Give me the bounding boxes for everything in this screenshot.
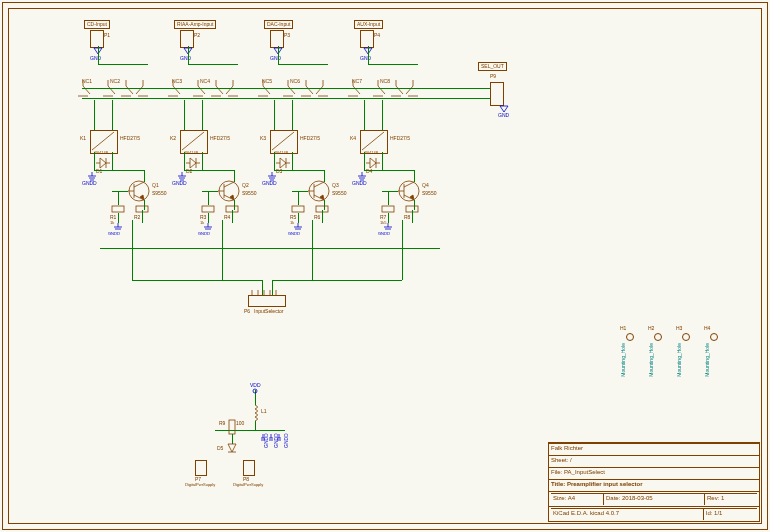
d5-ref: D5: [217, 445, 223, 451]
title-block: Falk Richter Sheet: / File: PA_InputSele…: [548, 442, 760, 522]
p8-connector: [243, 460, 255, 476]
input-label-2: DAC-Input: [264, 20, 293, 29]
input-connector-3: [360, 30, 374, 48]
svg-rect-1: [112, 206, 124, 212]
svg-rect-4: [202, 206, 214, 212]
tb-file: File: PA_InputSelect: [549, 467, 759, 479]
input-label-3: AUX-Input: [354, 20, 383, 29]
tb-size: Size: A4: [551, 493, 603, 505]
svg-rect-13: [229, 420, 235, 434]
l1-ref: L1: [261, 408, 267, 414]
tb-id: Id: 1/1: [703, 508, 757, 520]
r9-ref: R9: [219, 420, 225, 426]
input-connector-0: [90, 30, 104, 48]
tb-tool: KiCad E.D.A. kicad 4.0.7: [551, 508, 703, 520]
input-connector-1: [180, 30, 194, 48]
p7-connector: [195, 460, 207, 476]
sel-out-gnd: GND: [498, 112, 509, 118]
mounting-hole-3: H4Mounting_Hole: [704, 325, 724, 377]
sel-out-connector: [490, 82, 504, 106]
p8-label: DigitalPwrSupply: [233, 482, 263, 487]
sel-out-ref: P9: [490, 73, 496, 79]
tb-date: Date: 2018-03-05: [603, 493, 704, 505]
mounting-hole-0: H1Mounting_Hole: [620, 325, 640, 377]
p7-label: DigitalPwrSupply: [185, 482, 215, 487]
r9-val: 100: [236, 420, 244, 426]
p6-label: InputSelector: [254, 308, 283, 314]
tb-rev: Rev: 1: [704, 493, 757, 505]
input-label-1: RIAA-Amp-Input: [174, 20, 216, 29]
input-label-0: CD-Input: [84, 20, 110, 29]
mounting-hole-2: H3Mounting_Hole: [676, 325, 696, 377]
p6-ref: P6: [244, 308, 250, 314]
svg-rect-7: [292, 206, 304, 212]
svg-rect-10: [382, 206, 394, 212]
svg-point-12: [253, 389, 257, 393]
input-connector-2: [270, 30, 284, 48]
tb-sheet: Sheet: /: [549, 455, 759, 467]
tb-title: Title: Preamplifier input selector: [549, 479, 759, 491]
mounting-hole-1: H2Mounting_Hole: [648, 325, 668, 377]
tb-author: Falk Richter: [549, 443, 759, 455]
sel-out-label: SEL_OUT: [478, 62, 507, 71]
